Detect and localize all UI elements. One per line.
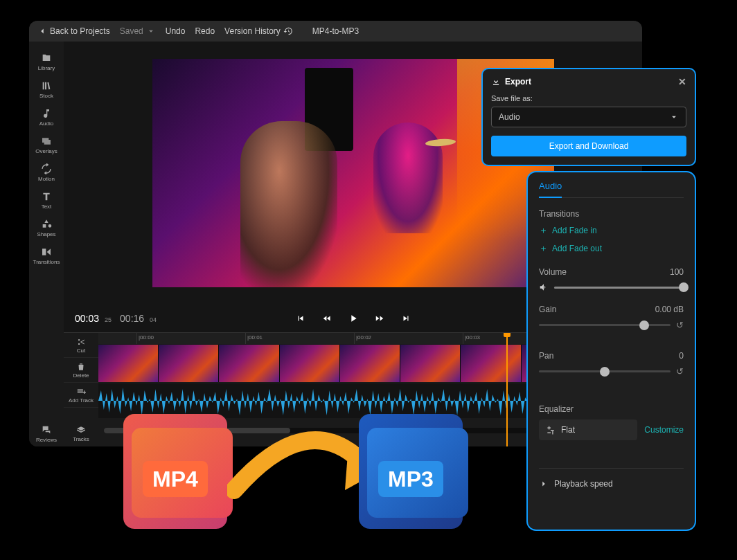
left-sidebar: Library Stock Audio Overlays Motion Text: [29, 42, 64, 446]
playhead[interactable]: [506, 333, 508, 446]
pan-reset-button[interactable]: ↺: [676, 366, 684, 377]
chevron-left-icon: [37, 26, 47, 36]
back-label: Back to Projects: [50, 26, 110, 36]
sidebar-stock[interactable]: Stock: [30, 76, 63, 102]
export-panel: Export ✕ Save file as: Audio Export and …: [481, 68, 696, 166]
music-icon: [41, 108, 52, 119]
top-bar: Back to Projects Saved Undo Redo Version…: [29, 21, 642, 42]
chevron-right-icon: [539, 479, 549, 489]
download-icon: [491, 77, 501, 87]
sidebar-audio[interactable]: Audio: [30, 104, 63, 130]
audio-tab[interactable]: Audio: [539, 181, 562, 198]
eq-preset-select[interactable]: Flat: [539, 419, 637, 440]
export-download-button[interactable]: Export and Download: [491, 136, 686, 156]
skip-start-button[interactable]: [294, 312, 307, 325]
scissors-icon: [76, 337, 86, 347]
stock-icon: [41, 80, 52, 91]
gain-label: Gain: [539, 305, 556, 314]
add-fade-out-button[interactable]: ＋ Add Fade out: [539, 242, 684, 255]
export-format-select[interactable]: Audio: [491, 107, 686, 127]
eq-customize-link[interactable]: Customize: [644, 425, 684, 435]
plus-icon: ＋: [539, 224, 548, 237]
rewind-button[interactable]: [321, 312, 333, 325]
forward-button[interactable]: [373, 312, 386, 325]
chevron-down-icon: [669, 112, 679, 122]
undo-button[interactable]: Undo: [166, 26, 186, 36]
close-export-button[interactable]: ✕: [678, 76, 686, 87]
gain-slider[interactable]: [539, 324, 671, 326]
play-button[interactable]: [347, 312, 359, 325]
saved-status[interactable]: Saved: [120, 26, 156, 36]
sidebar-library[interactable]: Library: [30, 48, 63, 75]
skip-end-button[interactable]: [400, 312, 412, 325]
add-fade-in-button[interactable]: ＋ Add Fade in: [539, 224, 684, 237]
sidebar-reviews[interactable]: Reviews: [30, 420, 63, 446]
save-as-label: Save file as:: [491, 94, 686, 102]
sidebar-motion[interactable]: Motion: [30, 159, 63, 186]
scrollbar-thumb[interactable]: [104, 428, 290, 433]
gain-reset-button[interactable]: ↺: [676, 320, 684, 330]
cut-tool[interactable]: Cut: [64, 333, 98, 358]
overlays-icon: [41, 136, 52, 147]
volume-value: 100: [670, 267, 684, 277]
sidebar-text[interactable]: Text: [30, 187, 63, 213]
tracks-tool[interactable]: Tracks: [64, 422, 98, 446]
text-icon: [41, 191, 52, 202]
export-title: Export: [505, 77, 531, 87]
playback-speed-toggle[interactable]: Playback speed: [539, 468, 684, 498]
speaker-icon: [539, 282, 549, 292]
volume-slider[interactable]: [554, 287, 684, 289]
chevron-down-icon: [146, 26, 156, 36]
pan-value: 0: [679, 351, 684, 361]
transitions-heading: Transitions: [539, 209, 684, 219]
motion-icon: [41, 163, 52, 174]
sliders-icon: [546, 425, 556, 435]
redo-button[interactable]: Redo: [195, 26, 215, 36]
pan-label: Pan: [539, 351, 553, 361]
pan-slider[interactable]: [539, 370, 671, 372]
sidebar-shapes[interactable]: Shapes: [30, 215, 63, 241]
gain-value: 0.00 dB: [655, 305, 684, 314]
back-to-projects-button[interactable]: Back to Projects: [37, 26, 110, 36]
volume-label: Volume: [539, 267, 567, 277]
add-track-icon: [76, 387, 86, 397]
reviews-icon: [41, 424, 52, 435]
trash-icon: [76, 362, 86, 372]
project-title: MP4-to-MP3: [312, 26, 359, 36]
transitions-icon: [41, 246, 52, 258]
audio-properties-panel: Audio Transitions ＋ Add Fade in ＋ Add Fa…: [526, 171, 696, 531]
folder-icon: [41, 53, 52, 64]
equalizer-heading: Equalizer: [539, 404, 684, 414]
plus-icon: ＋: [539, 242, 548, 255]
layers-icon: [76, 426, 86, 435]
shapes-icon: [41, 219, 52, 230]
time-display: 00:03 25 00:16 04: [75, 313, 157, 324]
history-icon: [283, 26, 293, 36]
add-track-tool[interactable]: Add Track: [64, 383, 98, 408]
version-history-button[interactable]: Version History: [224, 26, 293, 36]
delete-tool[interactable]: Delete: [64, 358, 98, 383]
sidebar-overlays[interactable]: Overlays: [30, 132, 63, 158]
sidebar-transitions[interactable]: Transitions: [30, 242, 63, 269]
